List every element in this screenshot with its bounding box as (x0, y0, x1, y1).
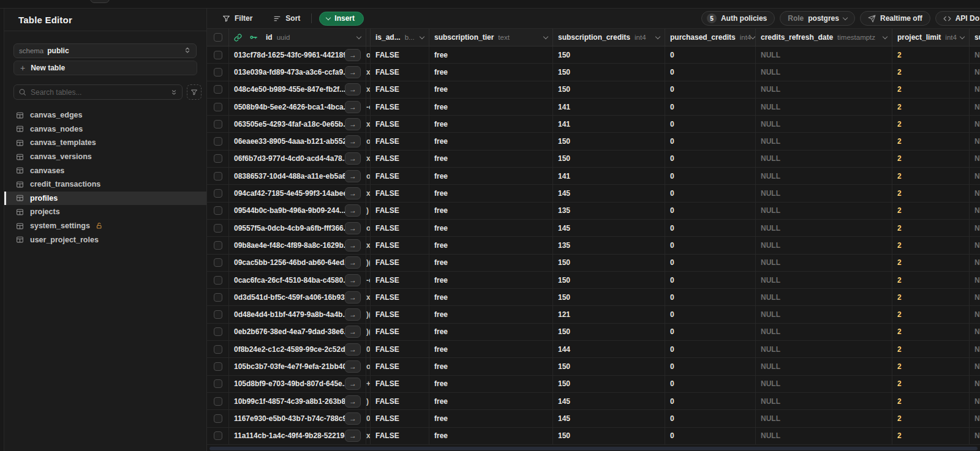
table-row[interactable]: 1167e930-e5b0-43b7-b74c-788c9... → 0( FA… (207, 410, 980, 427)
search-tables-box[interactable] (13, 84, 183, 100)
table-row[interactable]: 11a114cb-1a4c-49f4-9b28-52219ec... → x F… (207, 428, 980, 445)
row-checkbox[interactable] (214, 293, 222, 302)
row-checkbox[interactable] (214, 68, 222, 76)
table-row[interactable]: 094caf42-7185-4e45-99f3-14abee... → x FA… (207, 185, 980, 202)
expand-row-button[interactable]: → (345, 66, 361, 78)
sidebar-table-item[interactable]: credit_transactions (4, 177, 206, 192)
sidebar-filter-button[interactable] (187, 84, 202, 100)
expand-row-button[interactable]: → (345, 118, 361, 130)
search-tables-input[interactable] (26, 88, 170, 97)
table-row[interactable]: 013e039a-fd89-473a-a3c6-ccfa9... → x FAL… (207, 64, 980, 81)
column-header-subscription-credits[interactable]: subscription_credits int4 (553, 29, 665, 46)
column-header-credits-refresh-date[interactable]: credits_refresh_date timestamptz (756, 29, 892, 46)
expand-row-button[interactable]: → (345, 326, 361, 338)
expand-row-button[interactable]: → (345, 395, 361, 408)
row-checkbox[interactable] (214, 362, 222, 371)
sidebar-table-item[interactable]: canvases (4, 163, 206, 177)
table-row[interactable]: 06f6b7d3-977d-4cd0-acd4-4a78... → x FALS… (207, 151, 980, 168)
row-checkbox[interactable] (214, 224, 222, 233)
row-checkbox[interactable] (214, 154, 222, 163)
expand-row-button[interactable]: → (345, 49, 361, 61)
column-header-subscription-tier[interactable]: subscription_tier text (429, 29, 553, 46)
row-checkbox[interactable] (214, 189, 222, 198)
table-row[interactable]: 0d48e4d4-b1bf-4479-9a8b-4a4b... → )( FAL… (207, 306, 980, 323)
expand-row-button[interactable]: → (345, 83, 361, 95)
sort-button[interactable]: Sort (267, 11, 306, 26)
expand-row-button[interactable]: → (345, 101, 361, 113)
row-checkbox[interactable] (214, 431, 222, 440)
expand-row-button[interactable]: → (345, 308, 361, 321)
chevron-down-icon[interactable] (420, 34, 424, 39)
column-header-is-admin[interactable]: is_ad... b... (371, 29, 429, 46)
row-checkbox[interactable] (214, 310, 222, 319)
chevron-down-icon[interactable] (356, 34, 361, 39)
row-checkbox[interactable] (214, 345, 222, 354)
table-row[interactable]: 0508b94b-5ee2-4626-bca1-4bca... → -o FAL… (207, 99, 980, 116)
expand-row-button[interactable]: → (345, 152, 361, 165)
column-header-project-limit[interactable]: project_limit int4 (892, 29, 970, 46)
row-checkbox[interactable] (214, 241, 222, 250)
new-table-button[interactable]: + New table (13, 61, 197, 75)
select-all-checkbox[interactable] (214, 33, 222, 42)
collapse-chevrons-icon[interactable] (170, 89, 178, 96)
sidebar-table-item[interactable]: canvas_templates (4, 136, 206, 150)
expand-row-button[interactable]: → (345, 170, 361, 182)
chevron-down-icon[interactable] (960, 34, 965, 39)
row-checkbox[interactable] (214, 85, 222, 94)
expand-row-button[interactable]: → (345, 239, 361, 252)
table-row[interactable]: 10b99c1f-4857-4c39-a8b1-263b8... → ) FAL… (207, 393, 980, 410)
table-row[interactable]: 0eb2b676-38ed-4ea7-9dad-38e6... → )( FAL… (207, 324, 980, 341)
row-checkbox[interactable] (214, 276, 222, 285)
expand-row-button[interactable]: → (345, 187, 361, 199)
expand-row-button[interactable]: → (345, 430, 361, 442)
table-row[interactable]: 09557f5a-0dcb-4cb9-a6fb-fff366... → o( F… (207, 220, 980, 237)
expand-row-button[interactable]: → (345, 204, 361, 217)
row-checkbox[interactable] (214, 120, 222, 129)
sidebar-table-item[interactable]: canvas_edges (4, 108, 206, 122)
row-checkbox[interactable] (214, 103, 222, 111)
table-row[interactable]: 105d8bf9-e703-49bd-807d-645e... → +o FAL… (207, 376, 980, 393)
expand-row-button[interactable]: → (345, 222, 361, 234)
sidebar-table-item[interactable]: profiles (4, 192, 206, 206)
table-row[interactable]: 013cf78d-1625-43fc-9961-442189... → o FA… (207, 47, 980, 64)
sidebar-table-item[interactable]: projects (4, 205, 206, 219)
expand-row-button[interactable]: → (345, 343, 361, 356)
column-header-clipped[interactable] (366, 29, 371, 46)
row-checkbox[interactable] (214, 51, 222, 59)
sidebar-table-item[interactable]: canvas_nodes (4, 122, 206, 136)
column-header-purchased-credits[interactable]: purchased_credits int4 (665, 29, 756, 46)
realtime-toggle-button[interactable]: Realtime off (860, 11, 930, 26)
table-row[interactable]: 0d3d541d-bf5c-459f-a406-16b93... → x FAL… (207, 289, 980, 306)
table-row[interactable]: 09544b0c-ba9b-496a-9b09-244... → ) FALSE… (207, 203, 980, 220)
row-checkbox[interactable] (214, 258, 222, 267)
expand-row-button[interactable]: → (345, 274, 361, 286)
table-row[interactable]: 0f8b24e2-c1c2-4589-99ce-2c52d... → 0( FA… (207, 341, 980, 358)
schema-select[interactable]: schema public (13, 43, 197, 58)
insert-button[interactable]: Insert (319, 12, 364, 26)
expand-row-button[interactable]: → (345, 135, 361, 147)
chevron-down-icon[interactable] (655, 34, 660, 39)
expand-row-button[interactable]: → (345, 256, 361, 269)
chevron-down-icon[interactable] (883, 34, 888, 39)
filter-button[interactable]: Filter (216, 11, 258, 26)
auth-policies-button[interactable]: 5 Auth policies (701, 11, 775, 26)
table-row[interactable]: 08386537-10d4-488a-a11e-eb5a6... → o FAL… (207, 168, 980, 185)
row-checkbox[interactable] (214, 137, 222, 146)
expand-row-button[interactable]: → (345, 378, 361, 390)
sidebar-table-item[interactable]: user_project_roles (4, 233, 206, 247)
row-checkbox[interactable] (214, 327, 222, 336)
row-checkbox[interactable] (214, 397, 222, 406)
table-row[interactable]: 06eaee33-8905-4aaa-b121-ab552... → o FAL… (207, 133, 980, 150)
column-header-clipped-last[interactable]: su (970, 29, 980, 46)
row-checkbox[interactable] (214, 379, 222, 388)
sidebar-table-item[interactable]: canvas_versions (4, 150, 206, 164)
table-row[interactable]: 105bc3b7-03fe-4e7f-9efa-21bb40... → o FA… (207, 358, 980, 375)
horizontal-scrollbar[interactable] (209, 447, 978, 450)
table-row[interactable]: 048c4e50-b989-455e-847e-fb2f... → x FALS… (207, 81, 980, 99)
row-checkbox[interactable] (214, 206, 222, 215)
table-row[interactable]: 09b8ae4e-f48c-4f89-8a8c-1629b... → x FAL… (207, 237, 980, 254)
chevron-down-icon[interactable] (750, 34, 755, 39)
column-header-id[interactable]: id uuid (229, 29, 366, 46)
table-row[interactable]: 063505e5-4293-4faf-a18c-0e65b... → x FAL… (207, 116, 980, 133)
table-row[interactable]: 0cac6fca-26cf-4510-84ba-c4580... → -o FA… (207, 272, 980, 289)
